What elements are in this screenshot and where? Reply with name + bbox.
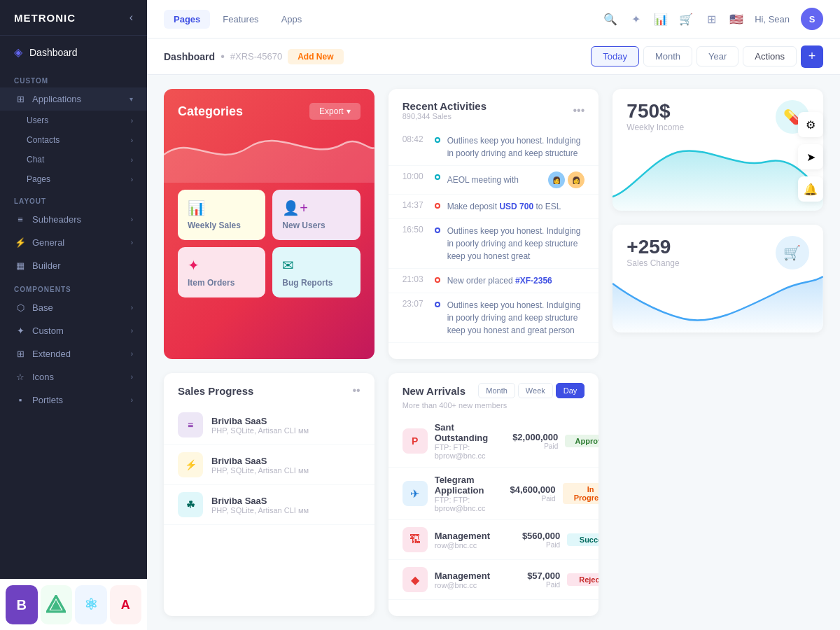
sidebar-item-extended[interactable]: ⊞ Extended › <box>0 342 147 365</box>
new-users-tile[interactable]: 👤+ New Users <box>272 190 360 240</box>
progress-name: Briviba SaaS <box>211 456 360 466</box>
export-button[interactable]: Export ▾ <box>309 103 360 120</box>
brand-name: METRONIC <box>14 12 76 24</box>
section-components: COMPONENTS <box>0 277 147 296</box>
bug-reports-tile[interactable]: ✉ Bug Reports <box>272 247 360 298</box>
icons-icon: ☆ <box>14 372 27 382</box>
cart-icon[interactable]: 🛒 <box>679 13 693 26</box>
progress-info: Briviba SaaS PHP, SQLite, Artisan CLI мм <box>211 496 360 514</box>
progress-info: Briviba SaaS PHP, SQLite, Artisan CLI мм <box>211 456 360 475</box>
react-icon[interactable]: ⚛ <box>75 585 107 624</box>
chevron-right-icon: › <box>131 373 133 381</box>
sidebar-sub-pages[interactable]: Pages › <box>0 169 147 189</box>
activity-text: Outlines keep you honest. Indulging in p… <box>447 299 585 337</box>
sidebar-item-icons[interactable]: ☆ Icons › <box>0 365 147 388</box>
activity-text: Make deposit USD 700 to ESL <box>447 200 585 213</box>
builder-label: Builder <box>32 260 60 271</box>
sidebar-item-applications[interactable]: ⊞ Applications ▾ <box>0 88 147 111</box>
month-btn[interactable]: Month <box>478 383 515 398</box>
day-btn[interactable]: Day <box>556 383 585 398</box>
more-options-icon[interactable]: •• <box>352 384 360 397</box>
sidebar-item-subheaders[interactable]: ≡ Subheaders › <box>0 208 147 231</box>
bootstrap-icon[interactable]: B <box>6 585 38 624</box>
sidebar-item-dashboard[interactable]: ◈ Dashboard <box>0 36 147 69</box>
diamond-icon: ◈ <box>14 46 22 59</box>
tab-apps[interactable]: Apps <box>272 10 312 29</box>
period-today-button[interactable]: Today <box>591 46 639 66</box>
activity-item-1: 10:00 AEOL meeting with 👩 👩 <box>388 166 599 195</box>
arrival-amount: $2,000,000 Paid <box>495 432 558 450</box>
activity-dot <box>435 227 440 233</box>
arrivals-title: New Arrivals <box>402 385 465 397</box>
tab-features[interactable]: Features <box>213 10 268 29</box>
search-icon[interactable]: 🔍 <box>603 13 617 26</box>
sidebar-item-custom[interactable]: ✦ Custom › <box>0 319 147 342</box>
paid-label: Paid <box>497 541 560 549</box>
right-action-icons: ⚙ ➤ 🔔 <box>798 112 823 202</box>
progress-avatar: ≡ <box>178 412 203 438</box>
orders-icon: ✦ <box>188 257 255 274</box>
flag-icon[interactable]: 🇺🇸 <box>729 13 743 26</box>
main-area: Pages Features Apps 🔍 ✦ 📊 🛒 ⊞ 🇺🇸 Hi, Sea… <box>147 0 840 630</box>
activity-time: 23:07 <box>402 299 428 309</box>
sidebar-sub-chat[interactable]: Chat › <box>0 150 147 169</box>
breadcrumb-separator: • <box>220 50 225 63</box>
avatar-1: 👩 <box>548 172 565 188</box>
progress-sub: PHP, SQLite, Artisan CLI мм <box>211 506 360 514</box>
activity-time: 08:42 <box>402 134 428 144</box>
extended-icon: ⊞ <box>14 349 27 359</box>
chevron-down-icon: ▾ <box>130 95 133 103</box>
activity-dot <box>435 174 440 180</box>
nav-tabs: Pages Features Apps <box>164 10 312 29</box>
top-navigation: Pages Features Apps 🔍 ✦ 📊 🛒 ⊞ 🇺🇸 Hi, Sea… <box>147 0 840 38</box>
period-month-button[interactable]: Month <box>643 46 692 66</box>
tab-pages[interactable]: Pages <box>164 10 210 29</box>
bar-chart-icon: 📊 <box>188 200 255 216</box>
stats-column: 750$ Weekly Income 💊 <box>612 89 823 616</box>
sidebar-sub-contacts[interactable]: Contacts › <box>0 130 147 150</box>
vue-icon[interactable] <box>41 585 73 624</box>
activity-item-3: 16:50 Outlines keep you honest. Indulgin… <box>388 219 599 269</box>
activity-dot <box>435 137 440 143</box>
actions-button[interactable]: Actions <box>743 46 797 66</box>
add-plus-button[interactable]: + <box>801 46 823 68</box>
activity-time: 16:50 <box>402 225 428 234</box>
activity-text: AEOL meeting with <box>447 174 545 186</box>
send-icon[interactable]: ➤ <box>798 144 823 169</box>
sidebar-item-portlets[interactable]: ▪ Portlets › <box>0 388 147 412</box>
income-value: 750$ <box>626 100 684 122</box>
bell-icon[interactable]: 🔔 <box>798 176 823 202</box>
income-chart <box>612 134 823 211</box>
share-icon[interactable]: ✦ <box>629 13 643 26</box>
sidebar-item-base[interactable]: ⬡ Base › <box>0 296 147 319</box>
status-badge: Rejected <box>567 573 598 586</box>
weekly-sales-tile[interactable]: 📊 Weekly Sales <box>178 190 265 240</box>
add-new-button[interactable]: Add New <box>288 49 343 64</box>
more-options-icon[interactable]: ••• <box>573 104 585 117</box>
users-label: Users <box>27 115 48 125</box>
categories-title: Categories <box>178 104 243 119</box>
period-year-button[interactable]: Year <box>696 46 738 66</box>
item-orders-label: Item Orders <box>188 278 255 288</box>
chart-icon[interactable]: 📊 <box>654 13 668 26</box>
new-arrivals-card: New Arrivals Month Week Day More than 40… <box>388 373 599 616</box>
angular-icon[interactable]: A <box>110 585 142 624</box>
sidebar-item-general[interactable]: ⚡ General › <box>0 231 147 254</box>
grid-icon[interactable]: ⊞ <box>704 13 718 26</box>
sidebar-item-builder[interactable]: ▦ Builder <box>0 254 147 277</box>
settings-icon[interactable]: ⚙ <box>798 112 823 137</box>
activities-subtitle: 890,344 Sales <box>402 112 486 120</box>
week-btn[interactable]: Week <box>518 383 553 398</box>
arrival-row-1: ✈ Telegram Application FTP: FTP: bprow@b… <box>388 468 599 520</box>
arrival-icon: P <box>402 428 428 454</box>
contacts-label: Contacts <box>27 135 59 145</box>
avatar-2: 👩 <box>568 172 584 188</box>
amount-value: $4,600,000 <box>493 484 556 495</box>
portlets-label: Portlets <box>32 395 63 405</box>
progress-item-0: ≡ Briviba SaaS PHP, SQLite, Artisan CLI … <box>164 405 374 445</box>
sidebar-sub-users[interactable]: Users › <box>0 111 147 130</box>
arrival-info: Management row@bnc.cc <box>435 531 490 550</box>
item-orders-tile[interactable]: ✦ Item Orders <box>178 247 265 298</box>
user-avatar[interactable]: S <box>801 8 823 30</box>
sidebar-toggle-button[interactable]: ‹ <box>130 11 133 24</box>
